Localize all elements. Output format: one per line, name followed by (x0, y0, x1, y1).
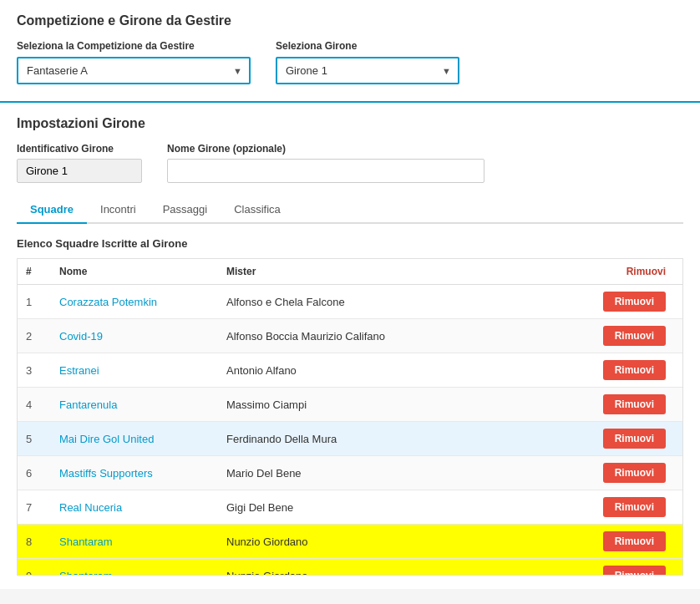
cell-num: 1 (18, 285, 51, 319)
cell-nome: Mai Dire Gol United (51, 422, 218, 456)
cell-rimuovi: Rimuovi (418, 422, 682, 456)
cell-rimuovi: Rimuovi (418, 353, 682, 388)
rimuovi-button[interactable]: Rimuovi (603, 566, 666, 576)
cell-nome: Shantaram (51, 525, 218, 559)
cell-nome: Estranei (51, 353, 218, 388)
cell-mister: Mario Del Bene (218, 456, 418, 490)
nome-girone-label: Nome Girone (opzionale) (167, 143, 484, 155)
id-girone-input (17, 159, 142, 183)
cell-rimuovi: Rimuovi (418, 525, 682, 559)
cell-rimuovi: Rimuovi (418, 559, 682, 576)
tab-incontri[interactable]: Incontri (87, 196, 150, 224)
competition-select-wrapper: Fantaserie A ▼ (17, 57, 251, 84)
cell-num: 5 (18, 422, 51, 456)
rimuovi-button[interactable]: Rimuovi (603, 394, 666, 414)
competition-label: Seleziona la Competizione da Gestire (17, 40, 251, 52)
girone-label: Seleziona Girone (276, 40, 459, 52)
table-row: 7 Real Nuceria Gigi Del Bene Rimuovi (18, 490, 682, 525)
tab-squadre[interactable]: Squadre (17, 196, 87, 224)
cell-rimuovi: Rimuovi (418, 285, 682, 319)
rimuovi-button[interactable]: Rimuovi (603, 360, 666, 380)
cell-num: 8 (18, 525, 51, 559)
cell-nome: Corazzata Potemkin (51, 285, 218, 319)
cell-mister: Nunzio Giordano (218, 525, 418, 559)
top-section: Competizione e Girone da Gestire Selezio… (0, 0, 700, 103)
col-header-nome: Nome (51, 259, 218, 285)
table-row: 9 Shantaram Nunzio Giordano Rimuovi (18, 559, 682, 576)
tabs-bar: Squadre Incontri Passaggi Classifica (17, 196, 683, 224)
rimuovi-button[interactable]: Rimuovi (603, 429, 666, 449)
cell-mister: Nunzio Giordano (218, 559, 418, 576)
cell-num: 3 (18, 353, 51, 388)
cell-mister: Alfonso e Chela Falcone (218, 285, 418, 319)
rimuovi-button[interactable]: Rimuovi (603, 497, 666, 517)
table-row: 8 Shantaram Nunzio Giordano Rimuovi (18, 525, 682, 559)
cell-num: 7 (18, 490, 51, 525)
cell-mister: Gigi Del Bene (218, 490, 418, 525)
bottom-title: Impostazioni Girone (17, 116, 683, 131)
cell-mister: Massimo Ciampi (218, 388, 418, 422)
table-row: 5 Mai Dire Gol United Ferdinando Della M… (18, 422, 682, 456)
cell-rimuovi: Rimuovi (418, 319, 682, 353)
top-form-row: Seleziona la Competizione da Gestire Fan… (17, 40, 683, 84)
tab-classifica[interactable]: Classifica (221, 196, 294, 224)
table-row: 1 Corazzata Potemkin Alfonso e Chela Fal… (18, 285, 682, 319)
table-row: 6 Mastiffs Supporters Mario Del Bene Rim… (18, 456, 682, 490)
table-row: 4 Fantarenula Massimo Ciampi Rimuovi (18, 388, 682, 422)
competition-select[interactable]: Fantaserie A (17, 57, 251, 84)
cell-nome: Mastiffs Supporters (51, 456, 218, 490)
cell-rimuovi: Rimuovi (418, 490, 682, 525)
cell-num: 6 (18, 456, 51, 490)
cell-mister: Ferdinando Della Mura (218, 422, 418, 456)
table-row: 3 Estranei Antonio Alfano Rimuovi (18, 353, 682, 388)
girone-select[interactable]: Girone 1 (276, 57, 459, 84)
girone-group: Seleziona Girone Girone 1 ▼ (276, 40, 459, 84)
col-header-rimuovi: Rimuovi (418, 259, 682, 285)
cell-mister: Alfonso Boccia Maurizio Califano (218, 319, 418, 353)
table-row: 2 Covid-19 Alfonso Boccia Maurizio Calif… (18, 319, 682, 353)
rimuovi-button[interactable]: Rimuovi (603, 463, 666, 483)
settings-form: Identificativo Girone Nome Girone (opzio… (17, 143, 683, 183)
table-section-title: Elenco Squadre Iscritte al Girone (17, 237, 683, 250)
cell-nome: Real Nuceria (51, 490, 218, 525)
cell-num: 9 (18, 559, 51, 576)
cell-nome: Shantaram (51, 559, 218, 576)
bottom-section: Impostazioni Girone Identificativo Giron… (0, 103, 700, 589)
girone-select-wrapper: Girone 1 ▼ (276, 57, 459, 84)
tab-passaggi[interactable]: Passaggi (150, 196, 221, 224)
nome-girone-input[interactable] (167, 159, 484, 183)
competition-group: Seleziona la Competizione da Gestire Fan… (17, 40, 251, 84)
rimuovi-button[interactable]: Rimuovi (603, 326, 666, 346)
squads-table: # Nome Mister Rimuovi 1 Corazzata Potemk… (18, 259, 682, 576)
col-header-num: # (18, 259, 51, 285)
cell-rimuovi: Rimuovi (418, 388, 682, 422)
cell-num: 4 (18, 388, 51, 422)
cell-nome: Covid-19 (51, 319, 218, 353)
squads-table-container[interactable]: # Nome Mister Rimuovi 1 Corazzata Potemk… (17, 258, 683, 576)
id-girone-field: Identificativo Girone (17, 143, 142, 183)
cell-nome: Fantarenula (51, 388, 218, 422)
cell-num: 2 (18, 319, 51, 353)
id-girone-label: Identificativo Girone (17, 143, 142, 155)
rimuovi-button[interactable]: Rimuovi (603, 531, 666, 551)
top-title: Competizione e Girone da Gestire (17, 13, 683, 28)
cell-mister: Antonio Alfano (218, 353, 418, 388)
rimuovi-button[interactable]: Rimuovi (603, 292, 666, 312)
cell-rimuovi: Rimuovi (418, 456, 682, 490)
nome-girone-field: Nome Girone (opzionale) (167, 143, 484, 183)
col-header-mister: Mister (218, 259, 418, 285)
